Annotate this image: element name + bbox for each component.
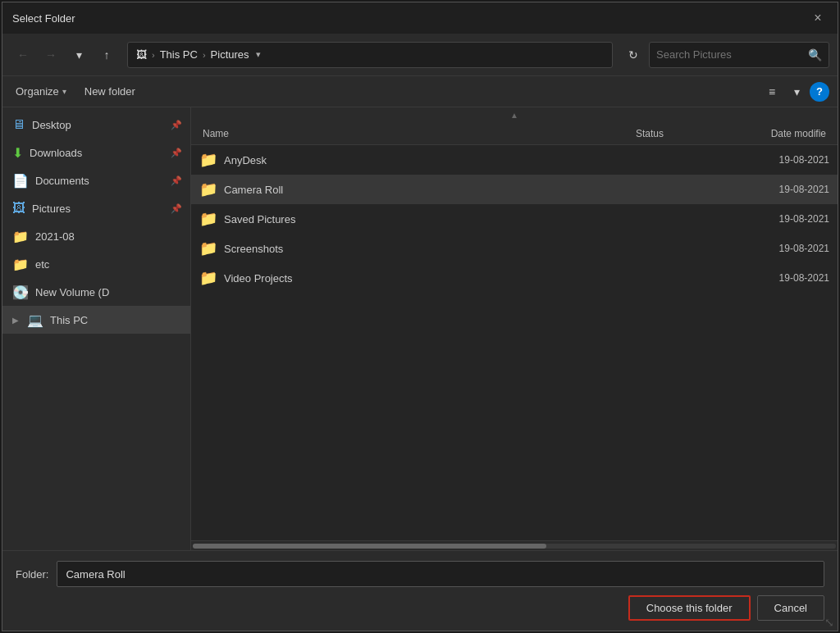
file-date-saved-pictures: 19-08-2021	[731, 213, 829, 225]
search-input[interactable]	[656, 48, 803, 61]
sidebar-item-etc[interactable]: 📁 etc	[2, 250, 190, 278]
file-date-anydesk: 19-08-2021	[731, 154, 829, 166]
dialog-title: Select Folder	[12, 12, 75, 25]
col-header-date[interactable]: Date modifie	[731, 128, 829, 139]
search-bar: 🔍	[649, 42, 829, 68]
sidebar-item-2021-08[interactable]: 📁 2021-08	[2, 222, 190, 250]
organize-chevron-icon: ▾	[62, 87, 66, 96]
breadcrumb-pictures: Pictures	[211, 48, 249, 61]
sidebar-label-desktop: Desktop	[32, 119, 71, 131]
hscroll-thumb	[193, 544, 546, 549]
forward-button[interactable]: →	[39, 43, 63, 67]
footer-buttons: Choose this folder Cancel	[16, 595, 824, 621]
sidebar-item-pictures[interactable]: 🖼 Pictures 📌	[2, 194, 190, 222]
address-chevron-icon: ▾	[256, 49, 261, 60]
organize-button[interactable]: Organize ▾	[11, 84, 71, 99]
file-name-camera-roll: Camera Roll	[224, 184, 619, 196]
sidebar-label-this-pc: This PC	[50, 314, 88, 326]
sidebar-item-documents[interactable]: 📄 Documents 📌	[2, 166, 190, 194]
horizontal-scrollbar[interactable]	[191, 540, 838, 550]
folder-icon-anydesk: 📁	[199, 151, 217, 169]
breadcrumb-separator-2: ›	[203, 50, 206, 60]
breadcrumb-this-pc: This PC	[160, 48, 198, 61]
col-header-status[interactable]: Status	[632, 128, 731, 139]
title-bar: Select Folder ×	[2, 2, 838, 34]
select-folder-dialog: Select Folder × ← → ▾ ↑ 🖼 › This PC › Pi…	[2, 2, 838, 631]
folder-icon-screenshots: 📁	[199, 239, 217, 257]
sidebar-label-downloads: Downloads	[30, 147, 82, 159]
close-button[interactable]: ×	[808, 8, 828, 28]
address-icon: 🖼	[136, 48, 147, 61]
file-row-screenshots[interactable]: 📁 Screenshots 19-08-2021	[191, 234, 838, 263]
resize-handle[interactable]: ⤡	[824, 616, 834, 629]
main-content: 🖥 Desktop 📌 ⬇ Downloads 📌 📄 Documents 📌 …	[2, 107, 838, 550]
pin-icon-pictures: 📌	[171, 203, 182, 214]
up-button[interactable]: ↑	[94, 43, 119, 67]
folder-icon-etc: 📁	[12, 257, 29, 272]
file-row-camera-roll[interactable]: 📁 Camera Roll 19-08-2021	[191, 175, 838, 204]
sidebar-label-new-volume: New Volume (D	[35, 286, 109, 298]
file-row-saved-pictures[interactable]: 📁 Saved Pictures 19-08-2021	[191, 204, 838, 234]
drive-icon: 💽	[12, 285, 29, 300]
scroll-up-indicator: ▲	[191, 107, 838, 122]
folder-input[interactable]	[57, 561, 824, 587]
expand-icon-this-pc: ▶	[12, 316, 19, 325]
back-button[interactable]: ←	[11, 43, 35, 67]
col-header-name[interactable]: Name	[199, 128, 632, 139]
refresh-button[interactable]: ↻	[621, 43, 646, 67]
downloads-icon: ⬇	[12, 145, 23, 161]
file-list: 📁 AnyDesk 19-08-2021 📁 Camera Roll 19-08…	[191, 145, 838, 540]
file-name-anydesk: AnyDesk	[224, 154, 619, 166]
folder-input-row: Folder:	[16, 561, 824, 587]
new-folder-button[interactable]: New folder	[80, 84, 140, 99]
file-date-video-projects: 19-08-2021	[731, 272, 829, 284]
view-mode-icon: ≡	[769, 85, 775, 98]
sidebar-label-etc: etc	[35, 258, 49, 271]
hscroll-track	[193, 544, 836, 549]
sidebar-label-documents: Documents	[35, 175, 89, 187]
toolbar: ← → ▾ ↑ 🖼 › This PC › Pictures ▾ ↻ 🔍	[2, 34, 838, 76]
sidebar-item-new-volume[interactable]: 💽 New Volume (D	[2, 278, 190, 306]
folder-icon-2021-08: 📁	[12, 229, 29, 244]
file-name-video-projects: Video Projects	[224, 272, 619, 285]
file-row-anydesk[interactable]: 📁 AnyDesk 19-08-2021	[191, 145, 838, 175]
search-icon[interactable]: 🔍	[808, 48, 822, 61]
choose-folder-button[interactable]: Choose this folder	[628, 595, 751, 621]
sidebar-label-pictures: Pictures	[32, 203, 71, 215]
file-name-saved-pictures: Saved Pictures	[224, 213, 619, 225]
sidebar-label-2021-08: 2021-08	[35, 230, 75, 243]
file-name-screenshots: Screenshots	[224, 243, 619, 255]
pin-icon-desktop: 📌	[171, 120, 182, 130]
dropdown-button[interactable]: ▾	[66, 43, 91, 67]
view-mode-button[interactable]: ≡	[760, 80, 783, 103]
view-chevron-button[interactable]: ▾	[785, 80, 808, 103]
file-row-video-projects[interactable]: 📁 Video Projects 19-08-2021	[191, 263, 838, 293]
desktop-icon: 🖥	[12, 117, 25, 132]
sidebar: 🖥 Desktop 📌 ⬇ Downloads 📌 📄 Documents 📌 …	[2, 107, 191, 550]
file-date-screenshots: 19-08-2021	[731, 243, 829, 254]
view-chevron-icon: ▾	[794, 85, 800, 98]
this-pc-icon: 💻	[27, 312, 43, 328]
help-button[interactable]: ?	[810, 82, 829, 102]
file-list-area: ▲ Name Status Date modifie 📁 AnyDesk 19-…	[191, 107, 838, 550]
footer: Folder: Choose this folder Cancel	[2, 550, 838, 631]
sidebar-item-downloads[interactable]: ⬇ Downloads 📌	[2, 139, 190, 166]
file-date-camera-roll: 19-08-2021	[731, 184, 829, 195]
folder-icon-camera-roll: 📁	[199, 180, 217, 198]
sidebar-item-this-pc[interactable]: ▶ 💻 This PC	[2, 306, 190, 334]
pictures-icon: 🖼	[12, 201, 25, 216]
documents-icon: 📄	[12, 173, 29, 189]
folder-icon-saved-pictures: 📁	[199, 210, 217, 228]
cancel-button[interactable]: Cancel	[757, 595, 824, 621]
address-bar[interactable]: 🖼 › This PC › Pictures ▾	[127, 42, 613, 68]
folder-label: Folder:	[16, 568, 48, 581]
pin-icon-documents: 📌	[171, 175, 182, 186]
breadcrumb-separator-1: ›	[152, 50, 155, 60]
view-controls: ≡ ▾ ?	[760, 80, 829, 103]
folder-icon-video-projects: 📁	[199, 269, 217, 287]
pin-icon-downloads: 📌	[171, 148, 182, 158]
file-list-header: Name Status Date modifie	[191, 122, 838, 145]
sidebar-item-desktop[interactable]: 🖥 Desktop 📌	[2, 111, 190, 139]
commands-bar: Organize ▾ New folder ≡ ▾ ?	[2, 76, 838, 107]
